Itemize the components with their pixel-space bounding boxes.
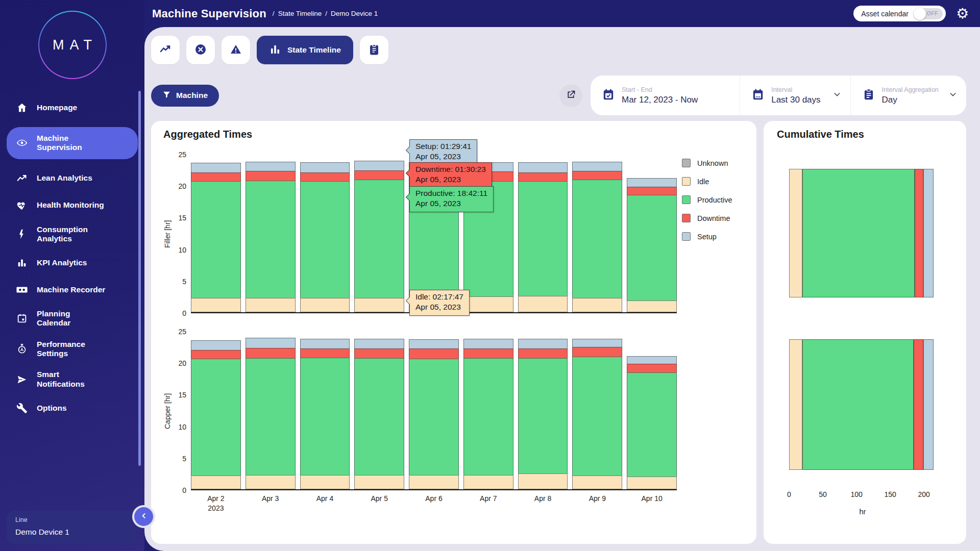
- bar-segment-setup[interactable]: [191, 340, 241, 350]
- bar-segment-downtime[interactable]: [246, 348, 296, 358]
- stacked-bar[interactable]: [518, 332, 568, 489]
- bar-segment-setup[interactable]: [572, 162, 622, 171]
- bar-segment-productive[interactable]: [409, 359, 459, 474]
- interval-field[interactable]: Interval Last 30 days: [740, 76, 850, 115]
- bar-segment-downtime[interactable]: [518, 348, 568, 358]
- stacked-bar[interactable]: [191, 155, 241, 312]
- bar-segment-idle[interactable]: [463, 296, 513, 312]
- bar-segment-idle[interactable]: [246, 475, 296, 489]
- sidebar-item-lean-analytics[interactable]: Lean Analytics: [0, 171, 144, 186]
- bar-segment-setup[interactable]: [518, 339, 568, 349]
- bar-segment-idle[interactable]: [463, 475, 513, 489]
- bar-segment-setup[interactable]: [246, 338, 296, 348]
- stacked-bar[interactable]: [354, 332, 404, 489]
- stacked-bar[interactable]: [572, 155, 622, 312]
- bar-segment-downtime[interactable]: [354, 170, 404, 180]
- tab-state-timeline[interactable]: State Timeline: [257, 36, 353, 64]
- stacked-bar[interactable]: [246, 155, 296, 312]
- bar-segment-productive[interactable]: [572, 357, 622, 475]
- bar-segment-idle[interactable]: [572, 475, 622, 489]
- bar-segment-idle[interactable]: [409, 475, 459, 489]
- sidebar-item-machine-supervision[interactable]: Machine Supervision: [7, 127, 138, 159]
- asset-calendar-switch[interactable]: OFF: [914, 8, 943, 19]
- sidebar-item-health-monitoring[interactable]: Health Monitoring: [0, 198, 144, 213]
- sidebar-item-smart-notifications[interactable]: Smart Notifications: [0, 370, 144, 389]
- bar-segment-productive[interactable]: [463, 358, 513, 475]
- bar-segment-idle[interactable]: [627, 477, 677, 489]
- bar-segment-setup[interactable]: [354, 339, 404, 349]
- start-end-field[interactable]: Start - End Mar 12, 2023 - Now: [591, 76, 740, 115]
- interval-aggregation-field[interactable]: Interval Aggregation Day: [850, 76, 966, 115]
- cumulative-segment-idle[interactable]: [789, 339, 802, 470]
- bar-segment-idle[interactable]: [518, 296, 568, 312]
- bar-segment-setup[interactable]: [246, 162, 296, 171]
- bar-segment-downtime[interactable]: [409, 348, 459, 359]
- bar-segment-setup[interactable]: [300, 162, 350, 172]
- bar-segment-downtime[interactable]: [246, 171, 296, 181]
- tab-trend[interactable]: [151, 36, 180, 64]
- sidebar-item-kpi-analytics[interactable]: KPI Analytics: [0, 255, 144, 270]
- stacked-bar[interactable]: [463, 332, 513, 489]
- bar-segment-productive[interactable]: [246, 358, 296, 475]
- bar-segment-productive[interactable]: [354, 358, 404, 475]
- bar-segment-downtime[interactable]: [300, 348, 350, 357]
- bar-segment-downtime[interactable]: [191, 172, 241, 181]
- bar-segment-productive[interactable]: [191, 359, 241, 475]
- sidebar-collapse-button[interactable]: [134, 507, 153, 526]
- stacked-bar[interactable]: [572, 332, 622, 489]
- bar-segment-setup[interactable]: [572, 339, 622, 347]
- cumulative-segment-productive[interactable]: [802, 339, 914, 470]
- bar-segment-productive[interactable]: [246, 181, 296, 298]
- bar-segment-productive[interactable]: [627, 372, 677, 477]
- bar-segment-productive[interactable]: [191, 181, 241, 298]
- asset-calendar-toggle-pill[interactable]: Asset calendar OFF: [853, 6, 946, 21]
- bar-segment-idle[interactable]: [300, 298, 350, 312]
- stacked-bar[interactable]: [627, 155, 677, 312]
- sidebar-item-machine-recorder[interactable]: Machine Recorder: [0, 282, 144, 297]
- bar-segment-setup[interactable]: [300, 339, 350, 349]
- bar-segment-downtime[interactable]: [572, 171, 622, 180]
- cumulative-segment-productive[interactable]: [802, 169, 914, 297]
- bar-segment-setup[interactable]: [463, 339, 513, 349]
- tab-warnings[interactable]: [222, 36, 250, 64]
- stacked-bar[interactable]: [354, 155, 404, 312]
- bar-segment-productive[interactable]: [518, 181, 568, 296]
- cumulative-segment-downtime[interactable]: [915, 169, 923, 297]
- bar-segment-setup[interactable]: [518, 162, 568, 172]
- cumulative-segment-setup[interactable]: [923, 339, 934, 470]
- bar-segment-idle[interactable]: [518, 473, 568, 489]
- stacked-bar[interactable]: [409, 332, 459, 489]
- tab-alarms[interactable]: [186, 36, 215, 64]
- bar-segment-productive[interactable]: [572, 180, 622, 297]
- breadcrumb-item[interactable]: State Timeline: [278, 10, 322, 17]
- chevron-down-icon[interactable]: [949, 90, 957, 101]
- bar-segment-downtime[interactable]: [300, 172, 350, 181]
- machine-filter-button[interactable]: Machine: [151, 85, 219, 107]
- bar-segment-setup[interactable]: [354, 161, 404, 170]
- bar-segment-idle[interactable]: [191, 475, 241, 489]
- device-card[interactable]: Line Demo Device 1: [6, 511, 138, 544]
- bar-segment-productive[interactable]: [300, 358, 350, 475]
- chevron-down-icon[interactable]: [833, 90, 841, 101]
- stacked-bar[interactable]: [627, 332, 677, 489]
- sidebar-item-planning-calendar[interactable]: Planning Calendar: [0, 309, 144, 328]
- bar-segment-downtime[interactable]: [627, 187, 677, 195]
- sidebar-scrollbar[interactable]: [138, 91, 141, 466]
- sidebar-item-options[interactable]: Options: [0, 400, 144, 416]
- bar-segment-idle[interactable]: [300, 475, 350, 489]
- bar-segment-idle[interactable]: [354, 298, 404, 312]
- export-button[interactable]: [559, 84, 582, 107]
- bar-segment-downtime[interactable]: [354, 348, 404, 358]
- stacked-bar[interactable]: [191, 332, 241, 489]
- sidebar-item-performance-settings[interactable]: Performance Settings: [0, 340, 144, 359]
- tab-reports[interactable]: [360, 36, 388, 64]
- bar-segment-downtime[interactable]: [627, 364, 677, 372]
- gear-icon[interactable]: ⚙: [956, 7, 969, 21]
- bar-segment-idle[interactable]: [246, 298, 296, 312]
- sidebar-item-homepage[interactable]: Homepage: [0, 100, 144, 115]
- cumulative-segment-idle[interactable]: [789, 169, 802, 297]
- bar-segment-productive[interactable]: [627, 195, 677, 300]
- bar-segment-setup[interactable]: [627, 356, 677, 364]
- sidebar-item-consumption-analytics[interactable]: Consumption Analytics: [0, 225, 144, 244]
- bar-segment-downtime[interactable]: [463, 348, 513, 358]
